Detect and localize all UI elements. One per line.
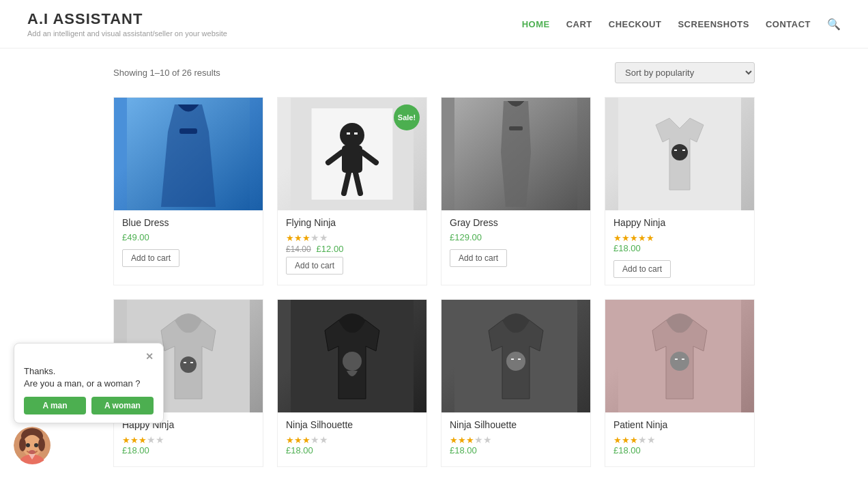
svg-rect-5 — [342, 145, 362, 173]
product-name-ninja-silhouette-2: Ninja Silhouette — [450, 419, 582, 430]
product-name-blue-dress: Blue Dress — [122, 217, 255, 228]
logo-subtitle: Add an intelligent and visual assistant/… — [27, 29, 227, 38]
product-info-ninja-silhouette-1: Ninja Silhouette ★★★★★ £18.00 — [278, 412, 426, 466]
product-name-happy-ninja: Happy Ninja — [613, 217, 746, 228]
product-info-ninja-silhouette-2: Ninja Silhouette ★★★★★ £18.00 — [442, 412, 590, 466]
product-image-ninja-silhouette-1 — [278, 300, 426, 412]
svg-point-35 — [19, 438, 26, 451]
svg-point-4 — [340, 123, 364, 147]
svg-point-15 — [671, 144, 688, 160]
product-price-ninja-silhouette-1: £18.00 — [286, 445, 418, 455]
svg-rect-20 — [184, 362, 186, 363]
svg-rect-30 — [675, 358, 678, 360]
svg-rect-1 — [179, 128, 197, 134]
svg-point-36 — [38, 438, 45, 451]
product-info-patient-ninja: Patient Ninja ★★★★★ £18.00 — [605, 412, 754, 466]
stars-happy-ninja: ★★★★★ — [613, 232, 746, 243]
svg-rect-16 — [674, 150, 677, 151]
add-to-cart-gray-dress[interactable]: Add to cart — [450, 249, 507, 267]
site-header: A.I ASSISTANT Add an intelligent and vis… — [0, 0, 868, 48]
chatbot-message-line1: Thanks. — [24, 366, 55, 376]
stars-flying-ninja: ★★★★★ — [286, 232, 418, 243]
stars-patient-ninja: ★★★★★ — [613, 434, 746, 445]
products-toolbar: Showing 1–10 of 26 results Sort by popul… — [113, 62, 755, 83]
svg-point-25 — [506, 352, 525, 371]
svg-rect-13 — [509, 126, 523, 130]
product-card-flying-ninja[interactable]: Sale! Flying Ninj — [277, 97, 427, 285]
search-icon[interactable]: 🔍 — [827, 18, 841, 31]
chatbot-btn-man[interactable]: A man — [24, 397, 86, 414]
stars-happy-ninja-2: ★★★★★ — [122, 434, 255, 445]
product-image-gray-dress — [442, 98, 590, 210]
product-price-flying-ninja: £14.00 £12.00 — [286, 243, 418, 254]
main-nav: HOME CART CHECKOUT SCREENSHOTS CONTACT 🔍 — [522, 18, 841, 31]
sale-badge-flying-ninja: Sale! — [394, 104, 420, 130]
add-to-cart-flying-ninja[interactable]: Add to cart — [286, 257, 343, 275]
product-name-ninja-silhouette-1: Ninja Silhouette — [286, 419, 418, 430]
svg-point-37 — [26, 443, 30, 447]
logo-title: A.I ASSISTANT — [27, 10, 227, 28]
product-card-gray-dress[interactable]: Gray Dress £129.00 Add to cart — [441, 97, 591, 285]
svg-rect-21 — [190, 362, 193, 363]
product-image-happy-ninja — [605, 98, 754, 210]
product-name-patient-ninja: Patient Ninja — [613, 419, 746, 430]
svg-point-39 — [29, 450, 35, 454]
product-info-blue-dress: Blue Dress £49.00 Add to cart — [114, 210, 263, 274]
nav-contact[interactable]: CONTACT — [766, 19, 811, 29]
chatbot-close-button[interactable]: ✕ — [145, 352, 154, 361]
add-to-cart-happy-ninja[interactable]: Add to cart — [613, 260, 671, 278]
nav-checkout[interactable]: CHECKOUT — [609, 19, 662, 29]
product-name-gray-dress: Gray Dress — [450, 217, 582, 228]
svg-rect-10 — [347, 132, 350, 135]
svg-point-38 — [34, 443, 38, 447]
product-info-gray-dress: Gray Dress £129.00 Add to cart — [442, 210, 590, 274]
svg-rect-26 — [511, 358, 514, 360]
results-count: Showing 1–10 of 26 results — [113, 68, 220, 78]
svg-rect-11 — [354, 132, 358, 135]
svg-point-29 — [670, 352, 689, 371]
product-price-blue-dress: £49.00 — [122, 232, 255, 242]
product-card-happy-ninja[interactable]: Happy Ninja ★★★★★ £18.00 Add to cart — [605, 97, 755, 285]
nav-cart[interactable]: CART — [566, 19, 592, 29]
product-price-happy-ninja: £18.00 — [613, 243, 746, 253]
product-price-gray-dress: £129.00 — [450, 232, 582, 242]
product-price-ninja-silhouette-2: £18.00 — [450, 445, 582, 455]
svg-rect-17 — [682, 150, 685, 151]
main-content: Showing 1–10 of 26 results Sort by popul… — [93, 48, 775, 478]
product-image-blue-dress — [114, 98, 263, 210]
svg-rect-31 — [682, 358, 684, 360]
product-info-flying-ninja: Flying Ninja ★★★★★ £14.00 £12.00 Add to … — [278, 210, 426, 281]
sort-select[interactable]: Sort by popularitySort by latestSort by … — [615, 62, 755, 83]
product-card-ninja-silhouette-2[interactable]: Ninja Silhouette ★★★★★ £18.00 — [441, 299, 591, 467]
chatbot-buttons: A man A woman — [24, 397, 154, 414]
stars-ninja-silhouette-2: ★★★★★ — [450, 434, 582, 445]
chatbot-message: Thanks. Are you a man, or a woman ? — [24, 365, 154, 390]
svg-point-23 — [343, 352, 362, 371]
product-image-patient-ninja — [605, 300, 754, 412]
chatbot-btn-woman[interactable]: A woman — [91, 397, 154, 414]
nav-screenshots[interactable]: SCREENSHOTS — [678, 19, 749, 29]
stars-ninja-silhouette-1: ★★★★★ — [286, 434, 418, 445]
chatbot-popup: ✕ Thanks. Are you a man, or a woman ? A … — [14, 343, 164, 423]
svg-rect-27 — [518, 358, 521, 360]
product-image-flying-ninja: Sale! — [278, 98, 426, 210]
product-grid: Blue Dress £49.00 Add to cart Sale! — [113, 97, 755, 467]
chatbot-popup-header: ✕ — [24, 352, 154, 361]
product-card-patient-ninja[interactable]: Patient Ninja ★★★★★ £18.00 — [605, 299, 755, 467]
logo: A.I ASSISTANT Add an intelligent and vis… — [27, 10, 227, 38]
product-card-ninja-silhouette-1[interactable]: Ninja Silhouette ★★★★★ £18.00 — [277, 299, 427, 467]
product-info-happy-ninja: Happy Ninja ★★★★★ £18.00 Add to cart — [605, 210, 754, 285]
product-price-happy-ninja-2: £18.00 — [122, 445, 255, 455]
chatbot-message-line2: Are you a man, or a woman ? — [24, 378, 141, 389]
product-price-patient-ninja: £18.00 — [613, 445, 746, 455]
chatbot-avatar[interactable] — [14, 427, 51, 464]
product-name-flying-ninja: Flying Ninja — [286, 217, 418, 228]
product-image-ninja-silhouette-2 — [442, 300, 590, 412]
product-card-blue-dress[interactable]: Blue Dress £49.00 Add to cart — [113, 97, 263, 285]
add-to-cart-blue-dress[interactable]: Add to cart — [122, 249, 179, 267]
svg-point-19 — [180, 356, 197, 373]
nav-home[interactable]: HOME — [522, 19, 550, 29]
